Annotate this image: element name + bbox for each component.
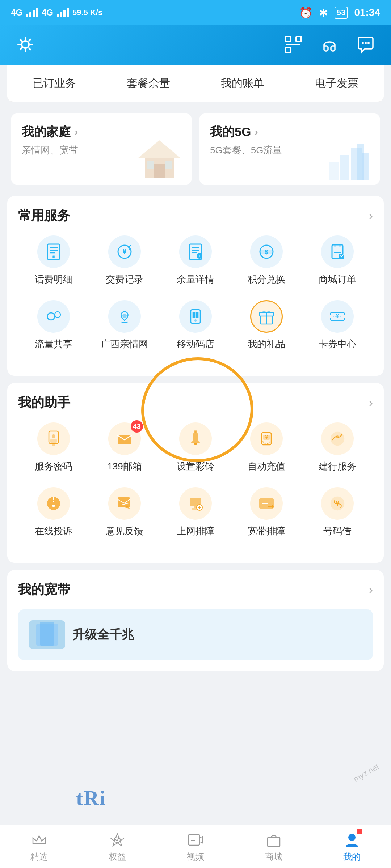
service-quota-detail[interactable]: + 余量详情 [160, 235, 231, 286]
email-icon-circle: 43 [108, 422, 141, 455]
svg-text:¥: ¥ [122, 247, 127, 255]
broadband-header: 我的宽带 › [18, 581, 373, 599]
service-mobile-store[interactable]: 移动码店 [160, 300, 231, 350]
nav-mine-label: 我的 [343, 851, 361, 863]
battery-indicator: 53 [335, 7, 348, 19]
settings-button[interactable] [14, 34, 36, 57]
assistant-network-troubleshoot[interactable]: 上网排障 [160, 487, 231, 537]
quota-detail-label: 余量详情 [177, 273, 214, 286]
assistant-number-borrow[interactable]: ¥ 号码借 [302, 487, 373, 537]
service-payment-record[interactable]: ¥ 交费记录 [89, 235, 160, 286]
feedback-icon-circle [108, 487, 141, 520]
number-borrow-icon-circle: ¥ [321, 487, 354, 520]
nav-jingxuan[interactable]: 精选 [0, 831, 78, 863]
nav-video[interactable]: 视频 [156, 831, 235, 863]
status-left: 4G 4G 59.5 K/s [11, 8, 102, 18]
common-services-header: 常用服务 › [18, 207, 373, 225]
nav-quanyi[interactable]: 权益 [78, 831, 156, 863]
svg-point-0 [22, 41, 29, 48]
common-services-more[interactable]: › [369, 209, 373, 222]
svg-point-40 [122, 314, 127, 318]
network-speed: 59.5 K/s [72, 8, 102, 17]
header-icons-right [282, 34, 377, 57]
bank-service-icon-circle [321, 422, 354, 455]
shop-icon [265, 831, 283, 849]
tab-strip: 已订业务 套餐余量 我的账单 电子发票 [7, 65, 384, 102]
svg-rect-57 [50, 439, 57, 443]
cards-row: 我的家庭 › 亲情网、宽带 我的5G › 5G套餐、5G流量 [0, 102, 391, 189]
mobile-store-label: 移动码店 [177, 338, 214, 350]
gift-icon-circle [250, 300, 283, 333]
svg-rect-70 [52, 505, 55, 507]
signal-bars-1 [26, 8, 38, 17]
ringtone-icon-circle [179, 422, 212, 455]
assistant-feedback[interactable]: 意见反馈 [89, 487, 160, 537]
svg-rect-16 [329, 162, 339, 180]
bluetooth-icon: ✱ [319, 7, 328, 19]
mall-order-label: 商城订单 [319, 273, 356, 286]
status-bar: 4G 4G 59.5 K/s ⏰ ✱ 53 01:34 [0, 0, 391, 25]
common-services-section: 常用服务 › ¥ 话费明细 [7, 196, 384, 376]
signal-4g-2: 4G [42, 8, 53, 18]
assistant-auto-recharge[interactable]: ¥ 自动充值 [231, 422, 302, 473]
svg-point-47 [194, 319, 197, 322]
svg-text:¥: ¥ [52, 254, 55, 259]
nav-mine[interactable]: 我的 [313, 831, 391, 863]
svg-point-62 [194, 430, 197, 433]
tab-invoice[interactable]: 电子发票 [308, 72, 366, 94]
payment-record-label: 交费记录 [106, 273, 143, 286]
svg-point-67 [336, 435, 339, 438]
upgrade-banner[interactable]: 升级全千兆 [18, 609, 373, 660]
time-display: 01:34 [354, 7, 380, 18]
service-family-network[interactable]: 广西亲情网 [89, 300, 160, 350]
service-points-exchange[interactable]: $ 积分兑换 [231, 235, 302, 286]
scan-button[interactable] [282, 34, 304, 57]
points-exchange-icon-circle: $ [250, 235, 283, 268]
svg-rect-88 [189, 834, 199, 845]
5g-card-chevron: › [255, 126, 258, 138]
5g-card[interactable]: 我的5G › 5G套餐、5G流量 [199, 113, 380, 185]
bank-service-label: 建行服务 [319, 460, 356, 473]
nav-shop[interactable]: 商城 [235, 831, 313, 863]
assistant-ringtone[interactable]: 设置彩铃 [160, 422, 231, 473]
svg-text:!: ! [52, 495, 55, 503]
number-borrow-label: 号码借 [323, 525, 352, 537]
broadband-more[interactable]: › [369, 583, 373, 596]
tab-quota[interactable]: 套餐余量 [119, 72, 177, 94]
traffic-share-icon-circle [37, 300, 70, 333]
tab-subscribed[interactable]: 已订业务 [25, 72, 83, 94]
traffic-share-label: 流量共享 [35, 338, 72, 350]
assistant-email[interactable]: 43 139邮箱 [89, 422, 160, 473]
gift-label: 我的礼品 [248, 338, 285, 350]
service-mall-order[interactable]: 商城订单 [302, 235, 373, 286]
signal-4g-1: 4G [11, 8, 22, 18]
my-assistant-more[interactable]: › [369, 396, 373, 409]
family-card[interactable]: 我的家庭 › 亲情网、宽带 [11, 113, 192, 185]
assistant-bank-service[interactable]: 建行服务 [302, 422, 373, 473]
upgrade-text: 升级全千兆 [72, 626, 134, 643]
tab-bill[interactable]: 我的账单 [214, 72, 272, 94]
nav-quanyi-label: 权益 [109, 851, 126, 863]
assistant-service-password[interactable]: 服务密码 [18, 422, 89, 473]
svg-point-39 [55, 312, 60, 318]
headset-button[interactable] [319, 34, 340, 57]
nav-video-label: 视频 [187, 851, 204, 863]
svg-rect-85 [40, 622, 54, 646]
broadband-troubleshoot-label: 宽带排障 [248, 525, 285, 537]
complaint-icon-circle: ! [37, 487, 70, 520]
service-coupon-center[interactable]: ¥ 卡券中心 [302, 300, 373, 350]
assistant-broadband-troubleshoot[interactable]: 宽带排障 [231, 487, 302, 537]
chat-button[interactable] [355, 34, 377, 57]
service-traffic-share[interactable]: 流量共享 [18, 300, 89, 350]
auto-recharge-icon-circle: ¥ [250, 422, 283, 455]
assistant-complaint[interactable]: ! 在线投诉 [18, 487, 89, 537]
ringtone-label: 设置彩铃 [177, 460, 214, 473]
tri-text: tRi [76, 786, 106, 810]
service-bill-detail[interactable]: ¥ 话费明细 [18, 235, 89, 286]
service-gift[interactable]: 我的礼品 [231, 300, 302, 350]
auto-recharge-label: 自动充值 [248, 460, 285, 473]
coupon-center-icon-circle: ¥ [321, 300, 354, 333]
quota-detail-icon-circle: + [179, 235, 212, 268]
family-card-decoration [134, 137, 185, 182]
profile-icon [343, 831, 361, 849]
